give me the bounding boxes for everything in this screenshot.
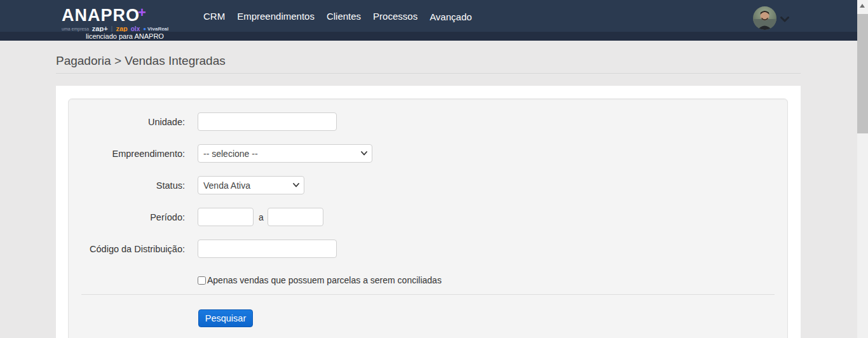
form-row-codigo-distribuicao: Código da Distribuição: bbox=[69, 240, 337, 258]
form-row-status: Status: Venda Ativa bbox=[69, 176, 304, 194]
nav-item-avancado[interactable]: Avançado bbox=[430, 11, 471, 22]
scrollbar-up-arrow-icon[interactable] bbox=[860, 4, 865, 8]
codigo-distribuicao-input[interactable] bbox=[198, 240, 337, 258]
olx-logo: olx bbox=[131, 25, 140, 32]
breadcrumb-section: Pagadoria > Vendas Integradas bbox=[56, 41, 801, 86]
vivareal-logo: VivaReal bbox=[143, 26, 168, 32]
scrollbar-thumb[interactable] bbox=[857, 14, 868, 133]
unidade-label: Unidade: bbox=[69, 117, 185, 127]
logo-plus-icon: + bbox=[138, 4, 147, 20]
empreendimento-select[interactable]: -- selecione -- bbox=[198, 144, 372, 163]
form-row-periodo: Período: a bbox=[69, 208, 323, 226]
nav-item-clientes[interactable]: Clientes bbox=[327, 11, 361, 22]
anapro-logo[interactable]: ANAPRO+ uma empresa zap+ | zap olx VivaR… bbox=[62, 4, 168, 32]
status-label: Status: bbox=[69, 180, 185, 191]
nav-item-empreendimentos[interactable]: Empreendimentos bbox=[237, 11, 315, 22]
top-nav-bar: ANAPRO+ uma empresa zap+ | zap olx VivaR… bbox=[0, 0, 868, 41]
status-select[interactable]: Venda Ativa bbox=[198, 176, 304, 194]
conciliadas-checkbox-row: Apenas vendas que possuem parcelas a ser… bbox=[198, 275, 442, 285]
main-nav: CRM Empreendimentos Clientes Processos A… bbox=[203, 0, 472, 32]
avatar-image bbox=[753, 6, 776, 30]
breadcrumb: Pagadoria > Vendas Integradas bbox=[56, 54, 226, 68]
form-row-unidade: Unidade: bbox=[69, 112, 337, 131]
conciliadas-checkbox-label[interactable]: Apenas vendas que possuem parcelas a ser… bbox=[207, 275, 442, 285]
periodo-separator: a bbox=[259, 212, 264, 222]
codigo-distribuicao-label: Código da Distribuição: bbox=[69, 244, 185, 254]
nav-item-crm[interactable]: CRM bbox=[203, 11, 225, 22]
logo-wordmark: ANAPRO+ bbox=[62, 4, 168, 24]
periodo-from-input[interactable] bbox=[198, 208, 254, 226]
chevron-down-icon[interactable] bbox=[780, 17, 789, 22]
unidade-input[interactable] bbox=[198, 112, 337, 131]
logo-text: ANAPRO bbox=[62, 6, 140, 25]
periodo-label: Período: bbox=[69, 212, 185, 222]
conciliadas-checkbox[interactable] bbox=[198, 276, 206, 285]
user-avatar[interactable] bbox=[753, 6, 776, 30]
nav-item-processos[interactable]: Processos bbox=[373, 11, 417, 22]
user-menu[interactable] bbox=[753, 6, 789, 30]
license-text: licenciado para ANAPRO bbox=[86, 32, 164, 40]
empreendimento-label: Empreendimento: bbox=[69, 149, 185, 159]
periodo-to-input[interactable] bbox=[268, 208, 323, 226]
pesquisar-button[interactable]: Pesquisar bbox=[198, 309, 253, 327]
content-card: Unidade: Empreendimento: -- selecione -- bbox=[56, 86, 801, 338]
panel-divider bbox=[81, 294, 775, 295]
subbrand-prefix: uma empresa bbox=[62, 27, 89, 31]
search-filter-panel: Unidade: Empreendimento: -- selecione -- bbox=[68, 98, 788, 338]
vertical-scrollbar[interactable] bbox=[857, 0, 868, 338]
form-row-empreendimento: Empreendimento: -- selecione -- bbox=[69, 144, 372, 163]
breadcrumb-divider bbox=[56, 73, 801, 74]
license-bar: licenciado para ANAPRO bbox=[0, 32, 868, 41]
